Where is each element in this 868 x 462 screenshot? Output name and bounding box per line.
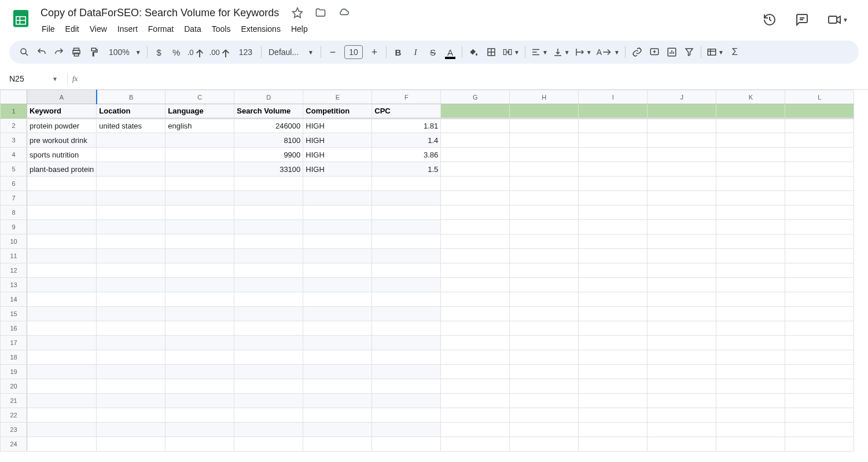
cell-B21[interactable]	[97, 394, 165, 408]
cell-K24[interactable]	[716, 437, 785, 452]
font-size-input[interactable]	[344, 45, 363, 59]
cell-I22[interactable]	[579, 408, 648, 423]
menu-tools[interactable]: Tools	[207, 22, 236, 36]
cell-A8[interactable]	[27, 206, 97, 220]
cell-I18[interactable]	[579, 350, 648, 365]
cell-C17[interactable]	[165, 336, 234, 350]
cell-F2[interactable]: 1.81	[372, 119, 441, 133]
cell-I21[interactable]	[579, 394, 648, 408]
cell-J17[interactable]	[648, 336, 716, 350]
menu-insert[interactable]: Insert	[113, 22, 142, 36]
document-title[interactable]: Copy of DataForSEO: Search Volume for Ke…	[37, 6, 282, 20]
cell-I13[interactable]	[579, 278, 648, 292]
cell-K12[interactable]	[716, 263, 785, 278]
cell-D5[interactable]: 33100	[234, 162, 303, 177]
cell-J21[interactable]	[648, 394, 716, 408]
cell-D10[interactable]	[234, 234, 303, 249]
percent-button[interactable]: %	[168, 43, 185, 61]
cell-K7[interactable]	[716, 191, 785, 206]
col-header-F[interactable]: F	[372, 90, 441, 104]
row-header-10[interactable]: 10	[1, 234, 27, 249]
cell-C21[interactable]	[165, 394, 234, 408]
cell-D14[interactable]	[234, 292, 303, 307]
cell-G12[interactable]	[441, 263, 510, 278]
cell-K2[interactable]	[716, 119, 785, 133]
cell-C22[interactable]	[165, 408, 234, 423]
cell-B4[interactable]	[97, 148, 165, 162]
cell-J9[interactable]	[648, 220, 716, 234]
cell-B14[interactable]	[97, 292, 165, 307]
cell-J7[interactable]	[648, 191, 716, 206]
cell-B1[interactable]: Location	[97, 104, 165, 119]
cell-I6[interactable]	[579, 177, 648, 191]
col-header-E[interactable]: E	[303, 90, 372, 104]
insert-chart-button[interactable]	[664, 43, 680, 61]
cell-D19[interactable]	[234, 365, 303, 379]
cell-I5[interactable]	[579, 162, 648, 177]
cell-K1[interactable]	[716, 104, 785, 119]
cell-J16[interactable]	[648, 321, 716, 336]
cell-A7[interactable]	[27, 191, 97, 206]
row-header-4[interactable]: 4	[1, 148, 27, 162]
cell-H11[interactable]	[510, 249, 579, 263]
cell-A20[interactable]	[27, 379, 97, 394]
cell-H5[interactable]	[510, 162, 579, 177]
cell-D3[interactable]: 8100	[234, 133, 303, 148]
cell-G24[interactable]	[441, 437, 510, 452]
cell-B2[interactable]: united states	[97, 119, 165, 133]
cell-J6[interactable]	[648, 177, 716, 191]
text-wrap-button[interactable]: ▼	[573, 43, 594, 61]
col-header-C[interactable]: C	[165, 90, 234, 104]
cell-C13[interactable]	[165, 278, 234, 292]
cell-A11[interactable]	[27, 249, 97, 263]
cell-C12[interactable]	[165, 263, 234, 278]
cell-K3[interactable]	[716, 133, 785, 148]
cell-D22[interactable]	[234, 408, 303, 423]
cell-E19[interactable]	[303, 365, 372, 379]
cell-D9[interactable]	[234, 220, 303, 234]
cell-A3[interactable]: pre workout drink	[27, 133, 97, 148]
cell-B22[interactable]	[97, 408, 165, 423]
cell-C5[interactable]	[165, 162, 234, 177]
cell-F21[interactable]	[372, 394, 441, 408]
cell-C20[interactable]	[165, 379, 234, 394]
cell-K23[interactable]	[716, 423, 785, 437]
cell-A22[interactable]	[27, 408, 97, 423]
cell-G9[interactable]	[441, 220, 510, 234]
cell-E1[interactable]: Competition	[303, 104, 372, 119]
row-header-11[interactable]: 11	[1, 249, 27, 263]
cell-A5[interactable]: plant-based protein	[27, 162, 97, 177]
cell-I3[interactable]	[579, 133, 648, 148]
cell-G21[interactable]	[441, 394, 510, 408]
cell-B6[interactable]	[97, 177, 165, 191]
cell-B7[interactable]	[97, 191, 165, 206]
cell-C19[interactable]	[165, 365, 234, 379]
cell-B20[interactable]	[97, 379, 165, 394]
horizontal-align-button[interactable]: ▼	[529, 43, 550, 61]
cell-L24[interactable]	[785, 437, 854, 452]
col-header-D[interactable]: D	[234, 90, 303, 104]
cell-G19[interactable]	[441, 365, 510, 379]
cell-L4[interactable]	[785, 148, 854, 162]
cell-J24[interactable]	[648, 437, 716, 452]
cell-D11[interactable]	[234, 249, 303, 263]
cell-G18[interactable]	[441, 350, 510, 365]
cell-E17[interactable]	[303, 336, 372, 350]
cell-K5[interactable]	[716, 162, 785, 177]
move-folder-icon[interactable]	[312, 5, 329, 21]
bold-button[interactable]: B	[390, 43, 406, 61]
cell-L3[interactable]	[785, 133, 854, 148]
cell-L10[interactable]	[785, 234, 854, 249]
menu-extensions[interactable]: Extensions	[236, 22, 285, 36]
select-all-corner[interactable]	[1, 90, 27, 104]
cell-H12[interactable]	[510, 263, 579, 278]
text-color-button[interactable]: A	[442, 43, 458, 61]
row-header-7[interactable]: 7	[1, 191, 27, 206]
cell-C24[interactable]	[165, 437, 234, 452]
cell-J5[interactable]	[648, 162, 716, 177]
col-header-L[interactable]: L	[785, 90, 854, 104]
menu-view[interactable]: View	[85, 22, 112, 36]
cell-B13[interactable]	[97, 278, 165, 292]
cell-L5[interactable]	[785, 162, 854, 177]
cell-B18[interactable]	[97, 350, 165, 365]
